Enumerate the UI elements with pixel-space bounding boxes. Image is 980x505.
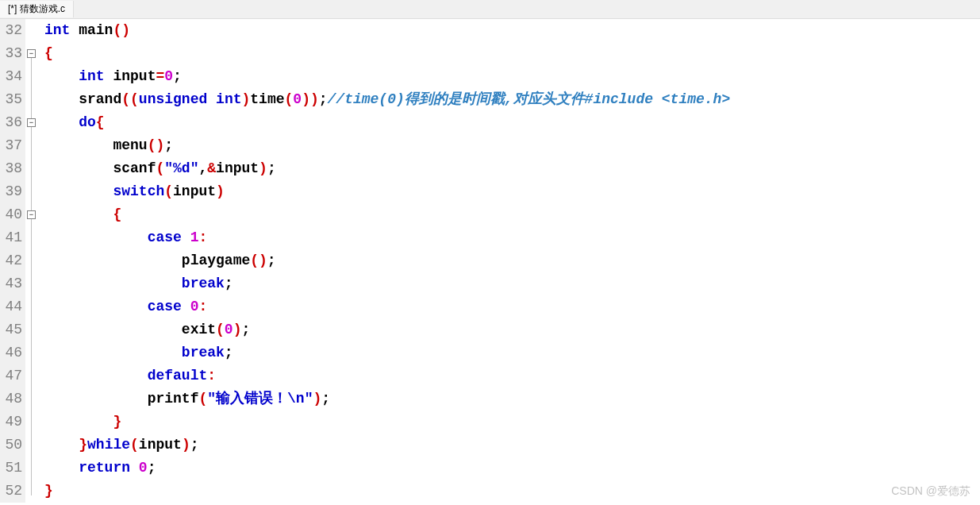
line-number: 41: [0, 226, 22, 249]
line-number: 38: [0, 157, 22, 180]
line-number: 35: [0, 88, 22, 111]
code-line: {: [44, 42, 730, 65]
code-line: break;: [44, 341, 730, 364]
fold-toggle-icon[interactable]: −: [27, 210, 36, 219]
line-number: 34: [0, 65, 22, 88]
code-line: scanf("%d",&input);: [44, 157, 730, 180]
code-line: break;: [44, 272, 730, 295]
line-number: 42: [0, 249, 22, 272]
line-number: 39: [0, 180, 22, 203]
line-number: 48: [0, 387, 22, 411]
fold-toggle-icon[interactable]: −: [27, 49, 36, 58]
code-line: exit(0);: [44, 318, 730, 341]
line-number: 44: [0, 295, 22, 318]
code-line: do{: [44, 111, 730, 134]
line-number: 51: [0, 457, 22, 480]
code-line: menu();: [44, 134, 730, 157]
code-line: }: [44, 480, 730, 503]
code-editor[interactable]: 32 33 34 35 36 37 38 39 40 41 42 43 44 4…: [0, 19, 980, 503]
fold-column: − − −: [25, 19, 40, 503]
code-line: case 0:: [44, 295, 730, 318]
code-line: }: [44, 411, 730, 434]
code-line: srand((unsigned int)time(0));//time(0)得到…: [44, 88, 730, 111]
line-number: 52: [0, 480, 22, 503]
code-line: switch(input): [44, 180, 730, 203]
watermark: CSDN @爱德苏: [891, 484, 970, 499]
code-line: return 0;: [44, 457, 730, 480]
line-number: 43: [0, 272, 22, 295]
line-number: 45: [0, 318, 22, 341]
code-line: default:: [44, 364, 730, 387]
line-number: 40: [0, 203, 22, 226]
line-number: 46: [0, 341, 22, 364]
line-number: 47: [0, 364, 22, 387]
line-number: 33: [0, 42, 22, 65]
line-number-gutter: 32 33 34 35 36 37 38 39 40 41 42 43 44 4…: [0, 19, 25, 503]
file-tab[interactable]: [*] 猜数游戏.c: [0, 1, 74, 17]
line-number: 37: [0, 134, 22, 157]
line-number: 36: [0, 111, 22, 134]
code-line: printf("输入错误！\n");: [44, 387, 730, 411]
line-number: 32: [0, 19, 22, 42]
code-line: int input=0;: [44, 65, 730, 88]
code-line: case 1:: [44, 226, 730, 249]
code-line: {: [44, 203, 730, 226]
code-line: }while(input);: [44, 434, 730, 457]
code-line: int main(): [44, 19, 730, 42]
fold-toggle-icon[interactable]: −: [27, 118, 36, 127]
code-line: playgame();: [44, 249, 730, 272]
tab-bar: [*] 猜数游戏.c: [0, 0, 980, 19]
code-area[interactable]: int main() { int input=0; srand((unsigne…: [40, 19, 730, 503]
line-number: 50: [0, 434, 22, 457]
line-number: 49: [0, 411, 22, 434]
